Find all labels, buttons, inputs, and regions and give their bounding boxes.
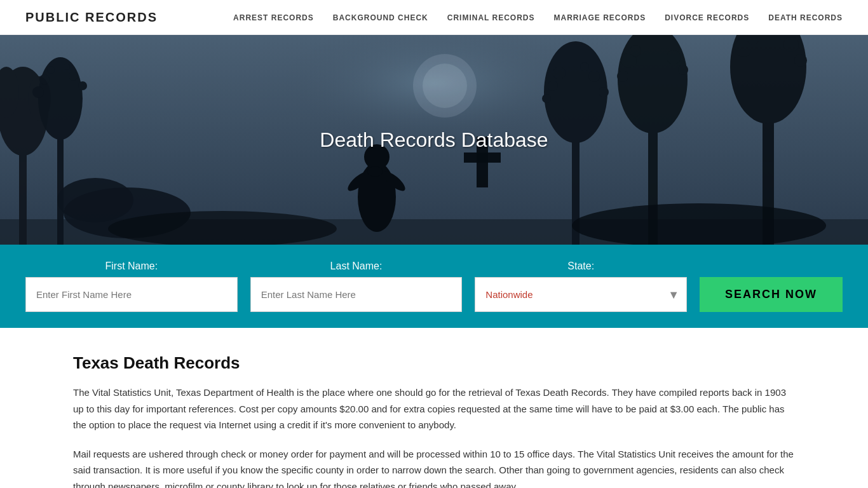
- svg-point-14: [64, 64, 70, 70]
- hero-title: Death Records Database: [320, 128, 548, 152]
- content-section: Texas Death Records The Vital Statistics…: [0, 328, 868, 488]
- svg-point-23: [367, 166, 383, 177]
- navbar: PUBLIC RECORDS ARREST RECORDS BACKGROUND…: [0, 0, 868, 35]
- content-heading: Texas Death Records: [73, 353, 795, 373]
- first-name-label: First Name:: [25, 261, 238, 272]
- svg-point-11: [39, 74, 50, 85]
- svg-point-40: [617, 71, 628, 82]
- svg-point-38: [667, 50, 681, 64]
- last-name-field: Last Name:: [250, 261, 463, 312]
- nav-death-records[interactable]: DEATH RECORDS: [768, 13, 843, 22]
- nav-links: ARREST RECORDS BACKGROUND CHECK CRIMINAL…: [233, 11, 843, 23]
- svg-point-15: [32, 86, 44, 98]
- svg-point-28: [553, 67, 566, 79]
- svg-point-30: [588, 71, 600, 82]
- svg-point-33: [542, 94, 551, 103]
- svg-point-46: [794, 54, 807, 67]
- nav-background-check[interactable]: BACKGROUND CHECK: [333, 13, 428, 22]
- svg-point-27: [544, 41, 607, 143]
- svg-point-39: [678, 65, 688, 75]
- nav-arrest-records[interactable]: ARREST RECORDS: [233, 13, 314, 22]
- svg-point-32: [599, 87, 609, 97]
- svg-point-45: [783, 37, 799, 52]
- first-name-field: First Name:: [25, 261, 238, 312]
- first-name-input[interactable]: [25, 277, 238, 312]
- hero-section: Death Records Database: [0, 35, 868, 245]
- last-name-input[interactable]: [250, 277, 463, 312]
- brand[interactable]: PUBLIC RECORDS: [25, 10, 158, 25]
- svg-rect-5: [19, 149, 27, 245]
- svg-point-18: [57, 178, 133, 222]
- svg-point-29: [548, 81, 558, 91]
- nav-divorce-records[interactable]: DIVORCE RECORDS: [665, 13, 749, 22]
- svg-point-3: [423, 64, 467, 108]
- svg-point-10: [38, 57, 83, 140]
- search-bar: First Name: Last Name: State: Nationwide…: [0, 245, 868, 328]
- svg-point-13: [69, 72, 78, 81]
- svg-rect-25: [464, 152, 501, 163]
- content-paragraph-2: Mail requests are ushered through check …: [73, 446, 795, 489]
- state-field: State: Nationwide Alabama Alaska Arizona…: [475, 261, 687, 312]
- search-button[interactable]: SEARCH NOW: [700, 277, 843, 312]
- nav-criminal-records[interactable]: CRIMINAL RECORDS: [447, 13, 535, 22]
- state-select[interactable]: Nationwide Alabama Alaska Arizona Califo…: [475, 277, 687, 312]
- state-select-wrapper: Nationwide Alabama Alaska Arizona Califo…: [475, 277, 687, 312]
- nav-marriage-records[interactable]: MARRIAGE RECORDS: [554, 13, 646, 22]
- svg-point-37: [630, 45, 641, 57]
- last-name-label: Last Name:: [250, 261, 463, 272]
- state-label: State:: [475, 261, 687, 272]
- svg-point-12: [47, 66, 55, 74]
- content-paragraph-1: The Vital Statistics Unit, Texas Departm…: [73, 384, 795, 433]
- svg-point-16: [78, 81, 87, 90]
- svg-point-31: [580, 62, 589, 71]
